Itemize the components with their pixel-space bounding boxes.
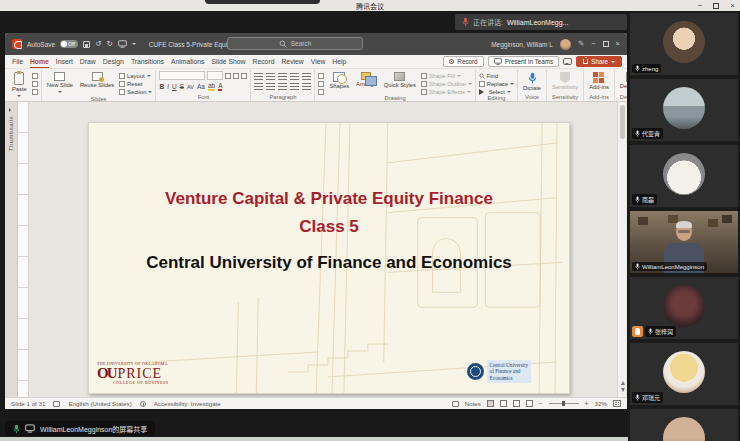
scrollbar-thumb[interactable] xyxy=(620,105,625,139)
screen-share-banner[interactable]: WilliamLeonMegginson的屏幕共享 xyxy=(5,421,155,436)
new-slide-button[interactable]: New Slide xyxy=(45,71,75,96)
thumbnails-rail[interactable]: Thumbnails xyxy=(5,102,18,397)
redo-icon[interactable]: ↻ xyxy=(106,40,112,48)
autosave-toggle[interactable]: Off xyxy=(60,40,78,48)
zoom-level[interactable]: 32% xyxy=(595,400,607,407)
numbering-icon[interactable] xyxy=(266,73,275,80)
language-indicator[interactable]: English (United States) xyxy=(68,400,131,407)
reuse-slides-button[interactable]: Reuse Slides xyxy=(78,71,116,89)
zoom-out-icon[interactable]: − xyxy=(539,400,543,407)
participant-tile[interactable]: 邓瑞元 xyxy=(630,343,738,405)
shrink-font-icon[interactable] xyxy=(233,73,239,79)
section-button[interactable]: Section xyxy=(119,89,152,95)
slide-number-indicator[interactable]: Slide 1 of 31 xyxy=(11,400,45,407)
bold-button[interactable]: B xyxy=(159,83,164,90)
italic-button[interactable]: I xyxy=(167,83,169,90)
layout-button[interactable]: Layout xyxy=(119,73,152,79)
present-icon[interactable] xyxy=(118,40,127,48)
strikethrough-button[interactable]: S xyxy=(180,83,184,90)
copy-icon[interactable] xyxy=(32,81,38,87)
text-direction-icon[interactable] xyxy=(318,73,324,79)
spell-check-icon[interactable] xyxy=(53,401,60,407)
slide[interactable]: Venture Capital & Private Equity Finance… xyxy=(88,122,570,394)
tab-help[interactable]: Help xyxy=(332,55,346,68)
account-name[interactable]: Megginson, William L xyxy=(491,41,553,48)
tab-design[interactable]: Design xyxy=(103,55,124,68)
clear-formatting-icon[interactable] xyxy=(241,73,247,79)
save-icon[interactable] xyxy=(83,41,90,48)
tab-file[interactable]: File xyxy=(12,55,23,68)
tab-insert[interactable]: Insert xyxy=(56,55,73,68)
text-highlight-button[interactable]: ab xyxy=(208,82,215,91)
sensitivity-button[interactable]: Sensitivity xyxy=(550,71,580,91)
participant-tile[interactable]: zheng xyxy=(630,13,738,75)
reading-view-icon[interactable] xyxy=(513,400,520,407)
bullets-icon[interactable] xyxy=(254,73,263,80)
grow-font-icon[interactable] xyxy=(225,73,231,79)
tab-home[interactable]: Home xyxy=(30,55,49,68)
designer-button[interactable]: Designer xyxy=(618,71,627,90)
present-in-teams-button[interactable]: Present in Teams xyxy=(488,56,560,67)
format-painter-icon[interactable] xyxy=(32,89,38,95)
normal-view-icon[interactable] xyxy=(487,400,494,407)
pen-icon[interactable]: ✎ xyxy=(578,40,584,48)
slide-sorter-view-icon[interactable] xyxy=(500,400,507,407)
line-spacing-icon[interactable] xyxy=(302,73,311,80)
close-icon[interactable]: × xyxy=(730,1,735,10)
tab-animations[interactable]: Animations xyxy=(171,55,205,68)
justify-icon[interactable] xyxy=(290,83,299,90)
shape-outline-button[interactable]: Shape Outline xyxy=(421,81,472,87)
participant-tile-speaking[interactable]: WilliamLeonMegginson xyxy=(630,211,738,273)
notes-button[interactable]: Notes xyxy=(465,400,481,407)
ppt-minimize-icon[interactable]: − xyxy=(591,40,595,48)
decrease-indent-icon[interactable] xyxy=(278,73,287,80)
shapes-button[interactable]: Shapes xyxy=(327,71,351,90)
align-right-icon[interactable] xyxy=(278,83,287,90)
font-size-combo[interactable] xyxy=(207,71,223,80)
slideshow-view-icon[interactable] xyxy=(526,400,533,407)
dictate-button[interactable]: Dictate xyxy=(521,71,543,92)
next-slide-icon[interactable] xyxy=(621,388,625,394)
minimize-icon[interactable]: − xyxy=(698,1,703,10)
tab-transitions[interactable]: Transitions xyxy=(131,55,164,68)
columns-icon[interactable] xyxy=(302,83,311,90)
comments-icon[interactable] xyxy=(563,58,572,65)
underline-button[interactable]: U xyxy=(172,83,177,90)
fit-to-window-icon[interactable] xyxy=(613,400,621,407)
undo-icon[interactable]: ↺ xyxy=(95,40,101,48)
find-button[interactable]: Find xyxy=(479,73,514,79)
participant-tile[interactable]: 张梓润 xyxy=(630,277,738,339)
record-button[interactable]: Record xyxy=(443,56,483,67)
font-color-button[interactable]: A xyxy=(218,82,222,91)
cut-icon[interactable] xyxy=(32,73,38,79)
arrange-button[interactable]: Arrange xyxy=(354,71,379,88)
align-left-icon[interactable] xyxy=(254,83,263,90)
align-center-icon[interactable] xyxy=(266,83,275,90)
paste-button[interactable]: Paste xyxy=(10,71,29,100)
zoom-knob[interactable] xyxy=(562,401,565,406)
increase-indent-icon[interactable] xyxy=(290,73,299,80)
participant-tile[interactable]: 代亚青 xyxy=(630,79,738,141)
account-avatar[interactable] xyxy=(560,39,571,50)
align-text-icon[interactable] xyxy=(318,81,324,87)
replace-button[interactable]: Replace xyxy=(479,81,514,87)
share-toolbar-notch[interactable] xyxy=(205,0,320,4)
ppt-close-icon[interactable]: × xyxy=(616,40,620,48)
change-case-button[interactable]: Aa xyxy=(197,83,205,90)
share-button[interactable]: Share xyxy=(576,56,622,67)
shape-fill-button[interactable]: Shape Fill xyxy=(421,73,472,79)
zoom-slider[interactable] xyxy=(549,403,579,404)
tab-review[interactable]: Review xyxy=(281,55,303,68)
participant-tile[interactable]: 南磊 xyxy=(630,145,738,207)
vertical-scrollbar[interactable] xyxy=(617,102,626,397)
quick-access-caret-icon[interactable] xyxy=(132,43,136,47)
font-name-combo[interactable] xyxy=(159,71,205,80)
addins-button[interactable]: Add-ins xyxy=(587,71,611,91)
tab-view[interactable]: View xyxy=(311,55,326,68)
reset-button[interactable]: Reset xyxy=(119,81,152,87)
expand-thumbnails-icon[interactable] xyxy=(9,108,13,112)
maximize-icon[interactable] xyxy=(713,3,719,9)
zoom-in-icon[interactable]: + xyxy=(585,400,589,407)
character-spacing-button[interactable]: AV xyxy=(187,84,194,90)
thumbnails-pane[interactable] xyxy=(18,102,29,397)
